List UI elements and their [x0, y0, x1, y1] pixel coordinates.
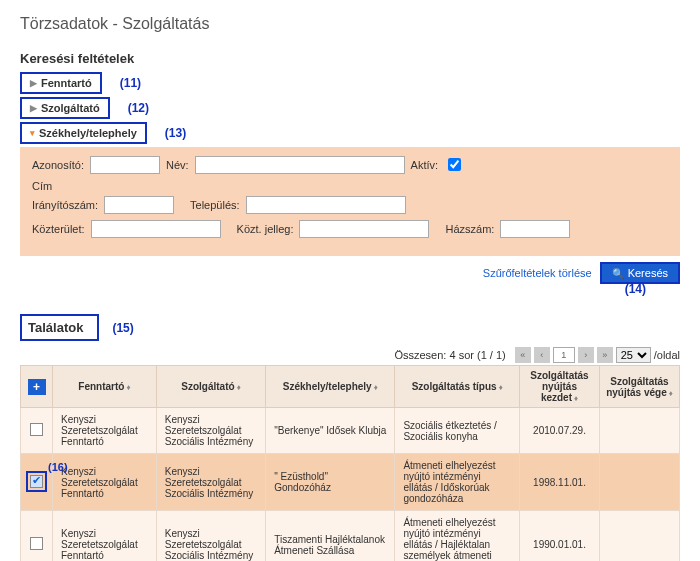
label-hazszam: Házszám:	[445, 223, 494, 235]
page-title: Törzsadatok - Szolgáltatás	[20, 15, 680, 33]
pager-prev-icon[interactable]: ‹	[534, 347, 550, 363]
pager-top: Összesen: 4 sor (1 / 1) « ‹ 1 › » 25 /ol…	[20, 347, 680, 363]
clear-filters-link[interactable]: Szűrőfeltételek törlése	[483, 267, 592, 279]
pager-last-icon[interactable]: »	[597, 347, 613, 363]
kozterulet-input[interactable]	[91, 220, 221, 238]
cell-tipus: Szociális étkeztetés / Szociális konyha	[395, 408, 520, 454]
cell-szekhely: Tiszamenti Hajléktalanok Átmeneti Szállá…	[266, 511, 395, 562]
sort-icon: ♦	[574, 394, 578, 403]
results-table: + Fenntartó♦ Szolgáltató♦ Székhely/telep…	[20, 365, 680, 561]
label-aktiv: Aktív:	[411, 159, 439, 171]
col-szekhely[interactable]: Székhely/telephely♦	[266, 366, 395, 408]
label-irsz: Irányítószám:	[32, 199, 98, 211]
sort-icon: ♦	[669, 389, 673, 398]
telepules-input[interactable]	[246, 196, 406, 214]
cell-fenntarto: Kenyszi Szeretetszolgálat Fenntartó	[53, 511, 157, 562]
cell-fenntarto: Kenyszi Szeretetszolgálat Fenntartó	[53, 454, 157, 511]
sort-icon: ♦	[499, 383, 503, 392]
add-row-button[interactable]: +	[28, 379, 46, 395]
szekhely-panel: Azonosító: Név: Aktív: Cím Irányítószám:…	[20, 147, 680, 256]
chevron-right-icon: ▶	[30, 78, 37, 88]
col-kezdet[interactable]: Szolgáltatás nyújtás kezdet♦	[520, 366, 600, 408]
annotation-11: (11)	[120, 76, 141, 90]
pager-first-icon[interactable]: «	[515, 347, 531, 363]
nev-input[interactable]	[195, 156, 405, 174]
accordion-szekhely[interactable]: ▾ Székhely/telephely	[20, 122, 147, 144]
col-szolgaltato[interactable]: Szolgáltató♦	[156, 366, 265, 408]
annotation-14: (14)	[20, 282, 680, 296]
annotation-16: (16)	[48, 461, 68, 473]
results-heading: Találatok	[20, 314, 99, 341]
row-checkbox[interactable]	[30, 537, 43, 550]
cell-vege	[600, 511, 680, 562]
per-page-suffix: /oldal	[654, 349, 680, 361]
annotation-15: (15)	[112, 321, 133, 335]
search-button-label: Keresés	[628, 267, 668, 279]
chevron-right-icon: ▶	[30, 103, 37, 113]
cell-tipus: Átmeneti elhelyezést nyújtó intézményi e…	[395, 511, 520, 562]
cell-szolgaltato: Kenyszi Szeretetszolgálat Szociális Inté…	[156, 454, 265, 511]
accordion-fenntarto[interactable]: ▶ Fenntartó	[20, 72, 102, 94]
table-row: Kenyszi Szeretetszolgálat FenntartóKenys…	[21, 408, 680, 454]
search-criteria-heading: Keresési feltételek	[20, 51, 680, 66]
cell-tipus: Átmeneti elhelyezést nyújtó intézményi e…	[395, 454, 520, 511]
cell-szolgaltato: Kenyszi Szeretetszolgálat Szociális Inté…	[156, 511, 265, 562]
cell-fenntarto: Kenyszi Szeretetszolgálat Fenntartó	[53, 408, 157, 454]
label-kozterulet: Közterület:	[32, 223, 85, 235]
label-azonosito: Azonosító:	[32, 159, 84, 171]
search-icon: 🔍	[612, 268, 624, 279]
irsz-input[interactable]	[104, 196, 174, 214]
row-checkbox[interactable]	[30, 423, 43, 436]
aktiv-checkbox[interactable]	[448, 158, 461, 171]
col-tipus[interactable]: Szolgáltatás típus♦	[395, 366, 520, 408]
sort-icon: ♦	[374, 383, 378, 392]
label-nev: Név:	[166, 159, 189, 171]
col-vege[interactable]: Szolgáltatás nyújtás vége♦	[600, 366, 680, 408]
cell-vege	[600, 408, 680, 454]
pager-summary: Összesen: 4 sor (1 / 1)	[394, 349, 505, 361]
koztjelleg-input[interactable]	[299, 220, 429, 238]
pager-next-icon[interactable]: ›	[578, 347, 594, 363]
cell-kezdet: 1990.01.01.	[520, 511, 600, 562]
cell-szekhely: "Berkenye" Idősek Klubja	[266, 408, 395, 454]
col-fenntarto[interactable]: Fenntartó♦	[53, 366, 157, 408]
azonosito-input[interactable]	[90, 156, 160, 174]
accordion-label: Szolgáltató	[41, 102, 100, 114]
cell-kezdet: 1998.11.01.	[520, 454, 600, 511]
cell-vege	[600, 454, 680, 511]
sort-icon: ♦	[237, 383, 241, 392]
table-row: (16)Kenyszi Szeretetszolgálat FenntartóK…	[21, 454, 680, 511]
per-page-select[interactable]: 25	[616, 347, 651, 363]
pager-page-input[interactable]: 1	[553, 347, 575, 363]
table-row: Kenyszi Szeretetszolgálat FenntartóKenys…	[21, 511, 680, 562]
label-koztjelleg: Közt. jelleg:	[237, 223, 294, 235]
cell-szolgaltato: Kenyszi Szeretetszolgálat Szociális Inté…	[156, 408, 265, 454]
hazszam-input[interactable]	[500, 220, 570, 238]
search-button[interactable]: 🔍 Keresés	[600, 262, 680, 284]
cell-szekhely: " Ezüsthold" Gondozóház	[266, 454, 395, 511]
annotation-12: (12)	[128, 101, 149, 115]
accordion-szolgaltato[interactable]: ▶ Szolgáltató	[20, 97, 110, 119]
cell-kezdet: 2010.07.29.	[520, 408, 600, 454]
col-plus: +	[21, 366, 53, 408]
cim-heading: Cím	[32, 180, 668, 192]
annotation-frame	[26, 471, 47, 492]
accordion-label: Fenntartó	[41, 77, 92, 89]
accordion-label: Székhely/telephely	[39, 127, 137, 139]
annotation-13: (13)	[165, 126, 186, 140]
label-telepules: Település:	[190, 199, 240, 211]
chevron-down-icon: ▾	[30, 128, 35, 138]
sort-icon: ♦	[126, 383, 130, 392]
